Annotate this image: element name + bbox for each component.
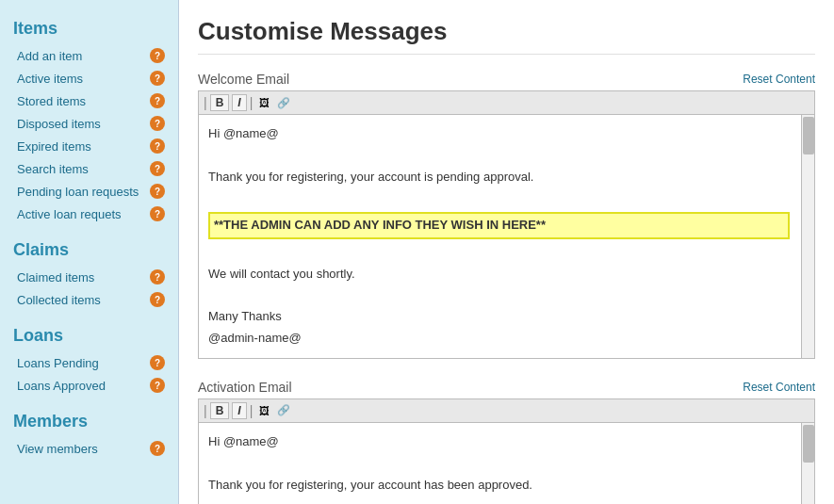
activation-editor-toolbar: | B I | 🖼 🔗 xyxy=(198,398,815,422)
link-icon[interactable]: 🔗 xyxy=(275,94,292,111)
activation-line-spacer2 xyxy=(208,496,790,504)
sidebar-item-pending-loan-requests[interactable]: Pending loan requests ? xyxy=(0,180,178,203)
help-badge-pending-loan[interactable]: ? xyxy=(150,184,165,199)
activation-scrollbar-thumb xyxy=(803,425,814,463)
help-badge-claimed-items[interactable]: ? xyxy=(150,269,165,285)
activation-line-1: Hi @name@ xyxy=(208,432,790,452)
sidebar-section-items: Items xyxy=(0,9,178,44)
activation-scrollbar[interactable] xyxy=(801,423,814,504)
help-badge-stored-items[interactable]: ? xyxy=(150,93,165,108)
activation-line-spacer1 xyxy=(208,454,790,474)
activation-image-icon[interactable]: 🖼 xyxy=(255,402,272,419)
sidebar-item-loans-approved[interactable]: Loans Approved ? xyxy=(0,374,178,397)
help-badge-active-loan[interactable]: ? xyxy=(150,206,165,221)
welcome-line-spacer3 xyxy=(208,243,790,263)
toolbar2-separator2-icon: | xyxy=(250,403,253,418)
help-badge-collected-items[interactable]: ? xyxy=(150,292,165,307)
help-badge-expired-items[interactable]: ? xyxy=(150,138,165,154)
main-content: Customise Messages Welcome Email Reset C… xyxy=(179,0,834,504)
welcome-scrollbar[interactable] xyxy=(801,115,814,358)
welcome-email-header: Welcome Email Reset Content xyxy=(198,72,815,87)
activation-editor-inner: Hi @name@ Thank you for registering, you… xyxy=(208,432,805,504)
welcome-email-label: Welcome Email xyxy=(198,72,289,87)
help-badge-search-items[interactable]: ? xyxy=(150,161,165,176)
welcome-highlight-line: **THE ADMIN CAN ADD ANY INFO THEY WISH I… xyxy=(208,212,790,239)
help-badge-view-members[interactable]: ? xyxy=(150,441,165,456)
welcome-editor-inner: Hi @name@ Thank you for registering, you… xyxy=(208,124,805,349)
sidebar-item-view-members[interactable]: View members ? xyxy=(0,437,178,460)
activation-email-header: Activation Email Reset Content xyxy=(198,380,815,395)
help-badge-active-items[interactable]: ? xyxy=(150,71,165,86)
welcome-line-5: @admin-name@ xyxy=(208,329,790,349)
sidebar-item-stored-items[interactable]: Stored items ? xyxy=(0,89,178,112)
welcome-editor-toolbar: | B I | 🖼 🔗 xyxy=(198,90,815,114)
welcome-line-spacer1 xyxy=(208,146,790,166)
sidebar-item-search-items[interactable]: Search items ? xyxy=(0,157,178,180)
sidebar-item-claimed-items[interactable]: Claimed items ? xyxy=(0,266,178,288)
page-title: Customise Messages xyxy=(198,17,815,55)
italic-button[interactable]: I xyxy=(232,94,246,111)
help-badge-add-item[interactable]: ? xyxy=(150,48,165,63)
sidebar-item-disposed-items[interactable]: Disposed items ? xyxy=(0,112,178,135)
toolbar-separator2-icon: | xyxy=(250,95,253,110)
help-badge-loans-approved[interactable]: ? xyxy=(150,378,165,393)
help-badge-loans-pending[interactable]: ? xyxy=(150,355,165,370)
activation-editor-content[interactable]: Hi @name@ Thank you for registering, you… xyxy=(198,422,815,504)
welcome-email-section: Welcome Email Reset Content | B I | 🖼 🔗 … xyxy=(198,72,815,359)
activation-reset-link[interactable]: Reset Content xyxy=(743,381,815,394)
welcome-line-3: We will contact you shortly. xyxy=(208,265,790,285)
welcome-scrollbar-thumb xyxy=(803,117,814,154)
welcome-line-4: Many Thanks xyxy=(208,307,790,327)
welcome-line-2: Thank you for registering, your account … xyxy=(208,168,790,187)
sidebar: Items Add an item ? Active items ? Store… xyxy=(0,0,179,504)
bold-button[interactable]: B xyxy=(210,94,230,111)
activation-link-icon[interactable]: 🔗 xyxy=(275,402,292,419)
sidebar-item-loans-pending[interactable]: Loans Pending ? xyxy=(0,351,178,374)
activation-email-section: Activation Email Reset Content | B I | 🖼… xyxy=(198,380,815,504)
image-icon[interactable]: 🖼 xyxy=(255,94,272,111)
sidebar-item-add-an-item[interactable]: Add an item ? xyxy=(0,44,178,67)
sidebar-section-members: Members xyxy=(0,402,178,437)
welcome-line-spacer4 xyxy=(208,286,790,306)
welcome-line-1: Hi @name@ xyxy=(208,124,790,144)
activation-bold-button[interactable]: B xyxy=(210,402,230,419)
sidebar-item-active-loan-requets[interactable]: Active loan requets ? xyxy=(0,203,178,225)
activation-line-2: Thank you for registering, your account … xyxy=(208,476,790,496)
welcome-reset-link[interactable]: Reset Content xyxy=(743,73,815,86)
toolbar-separator-icon: | xyxy=(204,95,207,110)
sidebar-section-claims: Claims xyxy=(0,231,178,266)
help-badge-disposed-items[interactable]: ? xyxy=(150,116,165,131)
toolbar2-separator-icon: | xyxy=(204,403,207,418)
sidebar-section-loans: Loans xyxy=(0,317,178,351)
sidebar-item-active-items[interactable]: Active items ? xyxy=(0,67,178,89)
sidebar-item-expired-items[interactable]: Expired items ? xyxy=(0,135,178,157)
activation-italic-button[interactable]: I xyxy=(232,402,246,419)
activation-email-label: Activation Email xyxy=(198,380,292,395)
welcome-editor-content[interactable]: Hi @name@ Thank you for registering, you… xyxy=(198,114,815,359)
sidebar-item-collected-items[interactable]: Collected items ? xyxy=(0,288,178,311)
welcome-line-spacer2 xyxy=(208,188,790,208)
